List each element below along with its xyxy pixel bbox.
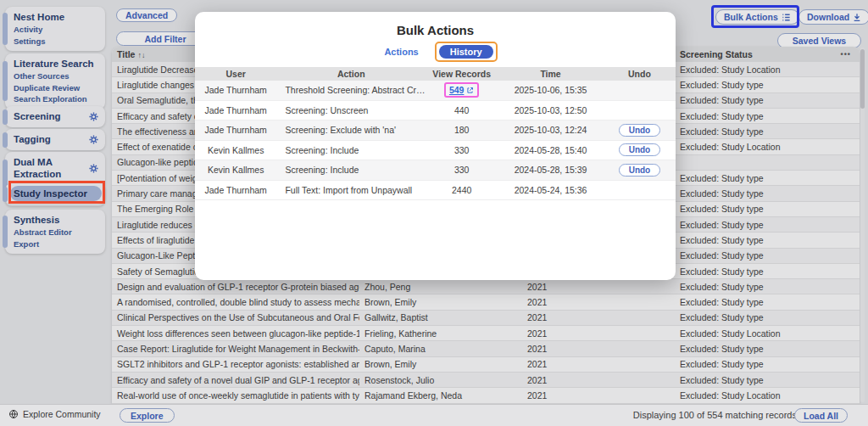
history-header-row: User Action View Records Time Undo [195,67,676,81]
view-records-link[interactable]: 549 [449,85,465,95]
records-count: 2440 [452,185,471,195]
col-undo: Undo [604,69,676,79]
history-user: Jade Thurnham [195,85,276,95]
history-action: Screening: Exclude with 'na' [276,125,426,135]
history-time: 2024-05-24, 15:36 [498,185,604,195]
undo-button[interactable]: Undo [619,124,661,137]
modal-title: Bulk Actions [195,23,676,37]
history-action: Screening: Include [276,165,426,175]
history-records: 330 [426,165,498,175]
history-row: Jade Thurnham Full Text: Import from Unp… [195,181,676,201]
tab-history[interactable]: History [439,45,493,59]
col-action: Action [276,69,426,79]
history-action: Screening: Unscreen [276,105,426,115]
history-user: Kevin Kallmes [195,145,276,155]
history-body: Jade Thurnham Threshold Screening: Abstr… [195,81,676,200]
history-row: Kevin Kallmes Screening: Include 330 202… [195,141,676,161]
history-time: 2025-10-03, 12:24 [498,125,604,135]
external-link-icon [466,87,474,94]
history-row: Jade Thurnham Screening: Unscreen 440 20… [195,101,676,121]
history-table: User Action View Records Time Undo Jade … [195,67,676,200]
history-tab-highlight: History [435,42,498,62]
history-records: 549 [426,82,498,98]
records-count: 330 [454,145,470,155]
history-row: Jade Thurnham Threshold Screening: Abstr… [195,81,676,101]
undo-button[interactable]: Undo [619,143,661,156]
col-view-records: View Records [426,69,498,79]
history-user: Jade Thurnham [195,125,276,135]
tab-actions[interactable]: Actions [373,45,429,59]
history-user: Jade Thurnham [195,105,276,115]
records-count: 180 [454,125,470,135]
col-user: User [195,69,276,79]
col-time: Time [498,69,604,79]
history-row: Jade Thurnham Screening: Exclude with 'n… [195,121,676,141]
modal-tabs: Actions History [195,42,676,61]
bulk-actions-modal: Bulk Actions Actions History User Action… [195,12,676,280]
history-time: 2025-10-03, 12:50 [498,105,604,115]
history-records: 440 [426,105,498,115]
records-count: 330 [454,165,470,175]
history-user: Kevin Kallmes [195,165,276,175]
history-user: Jade Thurnham [195,185,276,195]
history-row: Kevin Kallmes Screening: Include 330 202… [195,160,676,181]
records-count: 440 [454,105,470,115]
history-time: 2024-05-28, 15:40 [498,145,604,155]
undo-button[interactable]: Undo [619,164,661,177]
history-action: Full Text: Import from Unpaywall [276,185,426,195]
records-link-highlight: 549 [444,82,480,98]
history-records: 180 [426,125,498,135]
history-records: 2440 [426,185,498,195]
history-action: Screening: Include [276,145,426,155]
history-time: 2025-10-06, 15:35 [498,85,604,95]
history-records: 330 [426,145,498,155]
history-action: Threshold Screening: Abstract Criteria, … [276,85,426,95]
history-time: 2024-05-28, 15:39 [498,165,604,175]
